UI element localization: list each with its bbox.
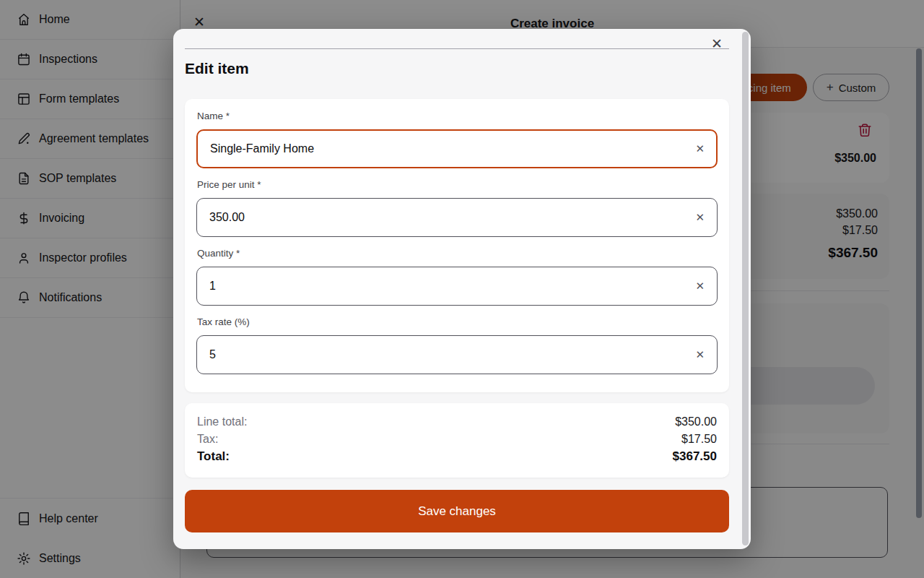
clear-icon: ✕ (695, 211, 705, 223)
save-changes-button[interactable]: Save changes (185, 490, 729, 532)
tax-rate-field-group: Tax rate (%) ✕ (196, 316, 718, 374)
name-input-wrap: ✕ (196, 129, 718, 168)
totals-card: Line total: $350.00 Tax: $17.50 Total: $… (185, 403, 729, 478)
tax-rate-field-label: Tax rate (%) (197, 316, 718, 328)
line-total-row: Line total: $350.00 (197, 413, 717, 431)
clear-icon: ✕ (695, 348, 705, 361)
tax-rate-input[interactable] (196, 335, 718, 374)
price-field-group: Price per unit * ✕ (196, 179, 718, 237)
tax-row: Tax: $17.50 (197, 431, 717, 448)
app: Home Inspections Form templates Agreemen… (0, 0, 924, 578)
edit-item-form-card: Name * ✕ Price per unit * ✕ Qu (185, 99, 729, 392)
modal-title: Edit item (185, 60, 249, 77)
modal-header-divider (185, 48, 729, 49)
name-input[interactable] (196, 129, 718, 168)
quantity-field-group: Quantity * ✕ (196, 248, 718, 306)
quantity-input[interactable] (196, 267, 718, 306)
quantity-input-wrap: ✕ (196, 267, 718, 306)
clear-icon: ✕ (695, 142, 705, 155)
edit-item-modal: ✕ Edit item Name * ✕ Price per unit * (173, 29, 751, 549)
name-field-label: Name * (197, 111, 718, 122)
tax-rate-clear-button[interactable]: ✕ (692, 345, 707, 364)
price-clear-button[interactable]: ✕ (692, 208, 707, 227)
name-clear-button[interactable]: ✕ (692, 139, 707, 158)
quantity-clear-button[interactable]: ✕ (692, 277, 707, 296)
modal-close-button[interactable]: ✕ (707, 34, 726, 53)
tax-label: Tax: (197, 431, 218, 448)
quantity-field-label: Quantity * (197, 248, 718, 259)
line-total-label: Line total: (197, 413, 247, 431)
name-field-group: Name * ✕ (196, 111, 718, 168)
price-input[interactable] (196, 198, 718, 237)
total-value: $367.50 (673, 448, 717, 465)
tax-value: $17.50 (681, 431, 717, 448)
total-label: Total: (197, 448, 230, 465)
price-field-label: Price per unit * (197, 179, 718, 191)
line-total-value: $350.00 (675, 413, 717, 431)
clear-icon: ✕ (695, 280, 705, 292)
total-row: Total: $367.50 (197, 448, 717, 465)
price-input-wrap: ✕ (196, 198, 718, 237)
modal-scrollbar[interactable] (742, 32, 749, 545)
tax-rate-input-wrap: ✕ (196, 335, 718, 374)
